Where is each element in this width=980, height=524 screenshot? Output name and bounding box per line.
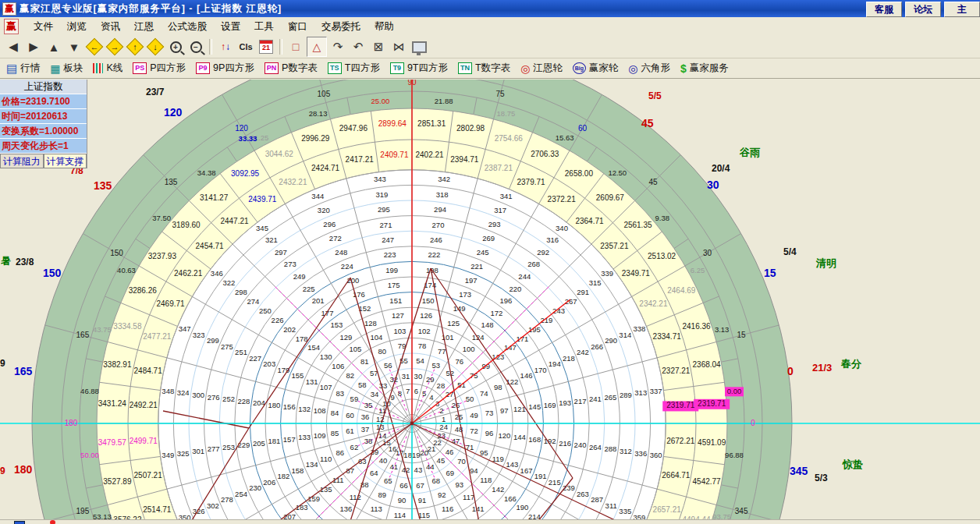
square-tool-icon[interactable]: □ xyxy=(286,37,305,56)
price-inner-label: 2439.71 xyxy=(248,195,277,204)
ring-number: 225 xyxy=(303,285,315,293)
ring-number: 119 xyxy=(492,455,504,463)
zoom-out-icon[interactable]: − xyxy=(186,37,205,56)
ring-number: 73 xyxy=(485,409,494,417)
price-inner-label: 2349.71 xyxy=(622,269,651,278)
view-button-T数字表[interactable]: TNT数字表 xyxy=(458,62,510,75)
pan-right-icon[interactable]: ▶ xyxy=(24,37,43,56)
ring-number: 50 xyxy=(466,395,474,403)
corner-button-2[interactable]: 主 xyxy=(944,2,980,17)
calc-resistance-button[interactable]: 计算阻力 xyxy=(0,154,44,168)
corner-button-1[interactable]: 论坛 xyxy=(905,2,941,17)
t9-icon: T9 xyxy=(390,62,404,74)
cls-button[interactable]: Cls xyxy=(236,37,255,56)
outside-label: 345 xyxy=(790,465,808,477)
view-button-P数字表[interactable]: PNP数字表 xyxy=(265,62,318,75)
ring-number: 133 xyxy=(298,433,311,441)
ring-number: 197 xyxy=(465,276,478,285)
outside-label: 0 xyxy=(787,365,794,377)
board-icon[interactable] xyxy=(410,37,428,56)
menu-item-2[interactable]: 资讯 xyxy=(101,20,120,34)
ring-number: 301 xyxy=(192,447,204,455)
ring-number: 45 xyxy=(437,456,446,465)
ring-number: 272 xyxy=(329,234,342,243)
pan-down-icon[interactable]: ▼ xyxy=(65,37,83,56)
ring-number: 297 xyxy=(275,248,287,257)
price-outer-label: 2464.69 xyxy=(667,286,696,295)
view-button-9P四方形[interactable]: P99P四方形 xyxy=(196,62,254,75)
menu-bar: 赢 文件浏览资讯江恩公式选股设置工具窗口交易委托帮助 xyxy=(0,17,980,37)
ring-number: 104 xyxy=(370,333,382,342)
ring-number: 158 xyxy=(292,466,304,475)
menu-item-5[interactable]: 设置 xyxy=(221,20,240,34)
field-date: 时间=20120613 xyxy=(0,109,87,124)
view-button-label: 赢家轮 xyxy=(589,62,619,75)
price-outer-label: 2658.00 xyxy=(565,169,594,178)
shift-left-icon[interactable]: ← xyxy=(85,37,104,56)
percent-label: 34.38 xyxy=(197,168,216,177)
shift-down-icon[interactable]: ↓ xyxy=(146,37,165,56)
percent-label: 9.38 xyxy=(655,214,670,222)
ring-number: 8 xyxy=(398,389,402,398)
menu-item-4[interactable]: 公式选股 xyxy=(168,20,207,34)
view-button-9T四方形[interactable]: T99T四方形 xyxy=(390,62,448,75)
view-button-P四方形[interactable]: PSP四方形 xyxy=(133,62,186,75)
ring-number: 118 xyxy=(480,476,492,484)
zoom-in-icon[interactable]: + xyxy=(166,37,185,56)
ring-number: 302 xyxy=(207,501,219,510)
contract-icon[interactable]: ⋈ xyxy=(389,37,408,56)
ring-number: 191 xyxy=(534,472,547,480)
ring-number: 202 xyxy=(283,325,296,334)
menu-item-7[interactable]: 窗口 xyxy=(288,20,307,34)
view-button-江恩轮[interactable]: ◎江恩轮 xyxy=(520,62,563,75)
expand-icon[interactable]: ⊠ xyxy=(369,37,388,56)
shift-up-icon[interactable]: ↑ xyxy=(126,37,144,56)
view-button-label: T四方形 xyxy=(345,62,380,75)
rotate-cw-icon[interactable]: ↷ xyxy=(328,37,347,56)
percent-label: 25.00 xyxy=(371,97,389,105)
pan-up-icon[interactable]: ▲ xyxy=(44,37,63,56)
view-button-K线[interactable]: K线 xyxy=(93,62,123,75)
view-button-赢家服务[interactable]: $赢家服务 xyxy=(680,62,729,75)
ring-number: 242 xyxy=(577,348,589,356)
calc-support-button[interactable]: 计算支撑 xyxy=(44,154,87,168)
menu-item-3[interactable]: 江恩 xyxy=(134,20,154,34)
menu-item-1[interactable]: 浏览 xyxy=(67,20,87,34)
ring-number: 287 xyxy=(591,495,603,504)
triangle-tool-icon[interactable]: △ xyxy=(307,37,327,57)
ring-number: 274 xyxy=(247,297,259,306)
ring-number: 245 xyxy=(477,248,489,257)
ring-number: 252 xyxy=(222,395,235,403)
menu-logo-icon[interactable]: 赢 xyxy=(4,19,19,34)
ring-number: 196 xyxy=(499,296,512,305)
price-outer-label: 2513.02 xyxy=(648,252,676,260)
ring-number: 100 xyxy=(463,345,475,353)
rotate-ccw-icon[interactable]: ↶ xyxy=(349,37,368,56)
gann-wheel-chart[interactable]: 1234567891011121314151617181920212223242… xyxy=(0,80,980,519)
view-button-label: 行情 xyxy=(20,62,40,75)
view-button-六角形[interactable]: ◎六角形 xyxy=(628,62,670,75)
ring-number: 64 xyxy=(370,469,378,477)
status-bar xyxy=(0,519,980,524)
view-button-赢家轮[interactable]: Big赢家轮 xyxy=(573,62,619,75)
ring-number: 131 xyxy=(306,377,318,386)
updown-icon[interactable]: ↑↓ xyxy=(216,37,235,56)
shift-right-icon[interactable]: → xyxy=(105,37,124,56)
ring-number: 93 xyxy=(455,480,463,489)
outside-label: 21/3 xyxy=(812,362,832,374)
menu-item-0[interactable]: 文件 xyxy=(34,20,53,34)
calendar-icon[interactable]: 21 xyxy=(257,37,275,56)
price-outer-label: 3189.60 xyxy=(172,221,201,229)
menu-item-8[interactable]: 交易委托 xyxy=(321,20,360,34)
price-inner-label: 2357.21 xyxy=(600,242,629,250)
menu-item-6[interactable]: 工具 xyxy=(254,20,274,34)
main-toolbar: ◀▶▲▼←→↑↓+−↑↓Cls21□△↷↶⊠⋈ xyxy=(0,36,980,58)
ring-number: 223 xyxy=(384,250,396,259)
view-button-T四方形[interactable]: TST四方形 xyxy=(328,62,380,75)
corner-button-0[interactable]: 客服 xyxy=(866,2,902,17)
view-button-板块[interactable]: ▦板块 xyxy=(50,62,83,75)
pan-left-icon[interactable]: ◀ xyxy=(4,37,23,56)
ring-number: 157 xyxy=(283,435,296,444)
menu-item-9[interactable]: 帮助 xyxy=(375,20,394,34)
view-button-行情[interactable]: ▤行情 xyxy=(6,62,40,75)
